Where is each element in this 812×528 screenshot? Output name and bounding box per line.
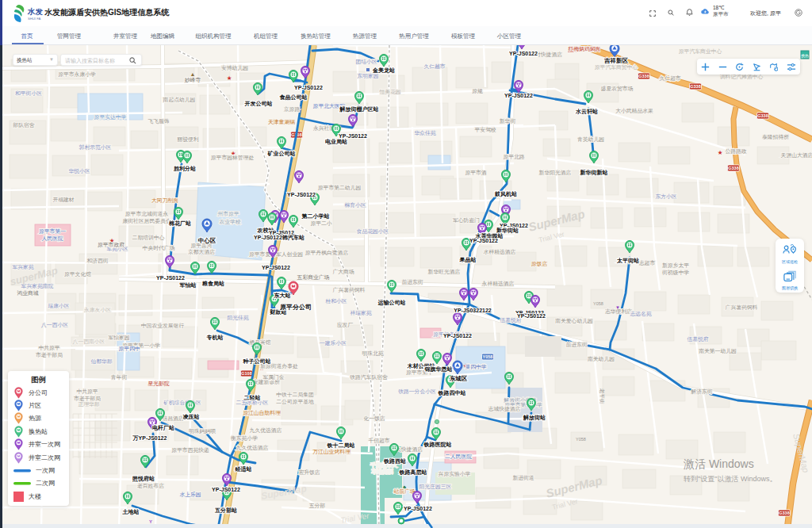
svg-text:泰隆招待所: 泰隆招待所: [762, 134, 789, 140]
svg-text:YP-JS0322122: YP-JS0322122: [454, 308, 492, 313]
svg-text:军怡家园: 军怡家园: [108, 335, 129, 341]
svg-text:第二小学站: 第二小学站: [301, 213, 330, 220]
svg-text:街初级中学: 街初级中学: [662, 270, 689, 276]
svg-text:兴原实验小学: 兴原实验小学: [439, 471, 471, 477]
svg-text:宏升饭店: 宏升饭店: [298, 469, 320, 476]
svg-text:前进东街: 前进东街: [401, 279, 423, 285]
svg-text:永康友小区: 永康友小区: [84, 307, 111, 313]
svg-text:凌压站: 凌压站: [183, 414, 200, 420]
svg-text:解济东街: 解济东街: [690, 388, 712, 395]
svg-text:新华旺光酒店: 新华旺光酒店: [428, 269, 461, 275]
svg-text:原平分公司: 原平分公司: [279, 304, 312, 311]
svg-text:G338: G338: [638, 74, 649, 78]
svg-text:原平市第一: 原平市第一: [39, 228, 66, 234]
svg-text:京都大酒店: 京都大酒店: [188, 249, 215, 255]
svg-text:专机站: 专机站: [206, 334, 224, 341]
svg-text:新华街新站: 新华街新站: [580, 169, 608, 176]
svg-text:车站街票: 车站街票: [371, 469, 393, 475]
svg-text:中共原平: 中共原平: [76, 388, 98, 395]
svg-text:飞飞服饰: 飞飞服饰: [147, 118, 169, 124]
svg-text:巢四中学: 巢四中学: [465, 364, 486, 370]
svg-text:市老干部局: 市老干部局: [36, 352, 63, 358]
svg-text:电杆厂站: 电杆厂站: [152, 425, 174, 431]
svg-text:Y058: Y058: [593, 301, 603, 306]
svg-text:G338: G338: [779, 511, 789, 515]
svg-text:伍墓悦府: 伍墓悦府: [687, 336, 708, 342]
svg-text:YP-JS0122: YP-JS0122: [212, 487, 240, 492]
svg-text:万YP-JS0122: 万YP-JS0122: [132, 435, 167, 442]
svg-text:水发: 水发: [27, 7, 44, 16]
svg-text:永祥精选酒店: 永祥精选酒店: [482, 281, 515, 287]
svg-text:星光影院: 星光影院: [147, 381, 169, 387]
svg-text:原平市永康小学: 原平市永康小学: [58, 71, 96, 78]
svg-text:SHUI FA: SHUI FA: [28, 17, 40, 21]
svg-text:部队宿舍: 部队宿舍: [12, 122, 34, 128]
svg-text:原平文化馆: 原平文化馆: [64, 271, 91, 277]
svg-text:开发公司站: 开发公司站: [244, 101, 273, 107]
svg-text:食品公司站: 食品公司站: [279, 94, 308, 101]
svg-text:中央时代广场: 中央时代广场: [143, 245, 175, 251]
svg-text:水样精选酒店: 水样精选酒店: [484, 249, 516, 255]
svg-text:二轻站: 二轻站: [244, 395, 261, 401]
svg-text:太平街站: 太平街站: [616, 258, 639, 264]
svg-text:青英幼儿园: 青英幼儿园: [577, 136, 604, 143]
svg-text:铁路汽车队宿舍: 铁路汽车队宿舍: [349, 374, 388, 381]
svg-text:新华阳光酒店: 新华阳光酒店: [539, 170, 572, 176]
svg-text:八一西南小区: 八一西南小区: [72, 339, 105, 345]
svg-text:铁路医院站: 铁路医院站: [423, 442, 452, 448]
svg-text:矿业公司站: 矿业公司站: [267, 150, 296, 157]
svg-text:运输公司站: 运输公司站: [377, 299, 406, 306]
svg-text:华众佳苑: 华众佳苑: [414, 130, 435, 136]
svg-text:广兴薯药饲料: 广兴薯药饲料: [333, 287, 366, 293]
svg-text:水云轩站: 水云轩站: [575, 109, 598, 115]
svg-text:信昌酒店: 信昌酒店: [162, 415, 183, 422]
svg-text:中共原平: 中共原平: [38, 345, 59, 351]
svg-text:原平丹枫白鹭酒店: 原平丹枫白鹭酒店: [305, 250, 349, 256]
svg-text:天涯山大酒店: 天涯山大酒店: [781, 152, 812, 159]
svg-text:原规: 原规: [472, 88, 483, 94]
svg-text:军怡站: 军怡站: [180, 282, 197, 289]
svg-text:解放街站: 解放街站: [523, 415, 546, 421]
svg-text:YP-JS0122: YP-JS0122: [156, 275, 185, 281]
svg-text:南关爱心幼儿园: 南关爱心幼儿园: [555, 318, 593, 324]
svg-text:G338: G338: [757, 113, 768, 118]
svg-text:平安驾校: 平安驾校: [474, 127, 496, 133]
svg-text:老百姓布店: 老百姓布店: [137, 483, 164, 489]
svg-text:东明家园: 东明家园: [357, 73, 378, 79]
svg-text:志城快捷酒店: 志城快捷酒店: [488, 406, 521, 412]
svg-text:YP-JS0122: YP-JS0122: [339, 133, 367, 139]
svg-text:中心区: 中心区: [198, 237, 216, 244]
svg-text:祥瑞家苑: 祥瑞家苑: [350, 310, 371, 316]
svg-text:调料记汽摊酒中心: 调料记汽摊酒中心: [720, 74, 764, 80]
svg-text:铁十二局站: 铁十二局站: [327, 442, 355, 449]
svg-text:桂和小区: 桂和小区: [324, 298, 347, 304]
svg-text:广兴薯药饲料: 广兴薯药饲料: [726, 304, 758, 311]
svg-text:广大商场: 广大商场: [332, 269, 354, 275]
svg-text:新原街道办事处: 新原街道办事处: [260, 363, 298, 369]
svg-text:鼓风机站: 鼓风机站: [494, 191, 517, 197]
svg-text:安博幼儿园: 安博幼儿园: [221, 65, 248, 71]
svg-text:原平市西苑快递: 原平市西苑快递: [171, 447, 209, 453]
svg-text:YP-JS0122: YP-JS0122: [504, 93, 533, 98]
svg-text:盛夏农贸市场: 盛夏农贸市场: [601, 86, 634, 92]
svg-text:天津童涮锅: 天津童涮锅: [268, 119, 295, 125]
svg-text:五分部: 五分部: [309, 503, 325, 509]
svg-text:康街社区居民委员会: 康街社区居民委员会: [122, 218, 170, 224]
svg-text:衡东苑小学: 衡东苑小学: [231, 435, 258, 442]
svg-text:铁路西站: 铁路西站: [383, 458, 406, 465]
svg-text:★: ★: [227, 75, 232, 82]
svg-text:东城区: 东城区: [450, 375, 468, 382]
svg-text:原平市园林管理处: 原平市园林管理处: [211, 155, 255, 161]
svg-text:久仁越市: 久仁越市: [423, 63, 445, 70]
svg-text:鸿业商城: 鸿业商城: [17, 290, 38, 296]
svg-text:二五水桥小区: 二五水桥小区: [236, 400, 269, 405]
svg-text:二期培训中心: 二期培训中心: [132, 235, 165, 241]
svg-text:YP-JS0122: YP-JS0122: [469, 238, 498, 243]
svg-text:久快捷酒店: 久快捷酒店: [396, 446, 423, 453]
svg-text:南起点幼儿园: 南起点幼儿园: [163, 97, 196, 103]
svg-text:原平二小: 原平二小: [310, 220, 331, 226]
svg-text:东方小区: 东方小区: [655, 193, 676, 200]
svg-text:Y058: Y058: [576, 437, 586, 442]
svg-text:原饭店: 原饭店: [531, 261, 548, 267]
svg-text:志远名苑: 志远名苑: [630, 311, 651, 317]
